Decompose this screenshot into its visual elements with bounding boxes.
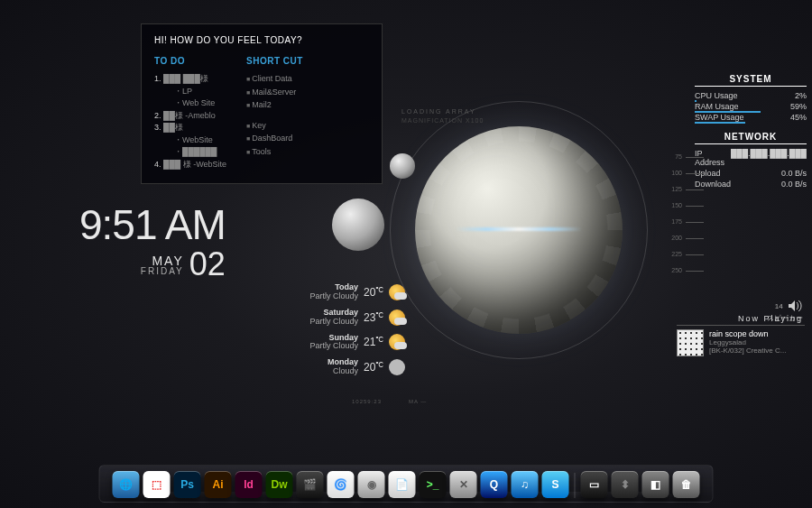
- dock-app-drive[interactable]: ⬍: [612, 471, 639, 498]
- todo-subitem: ██████: [154, 146, 226, 159]
- clock-dow: FRIDAY: [141, 266, 184, 276]
- dock-app-clapper[interactable]: 🎬: [297, 471, 324, 498]
- todo-item: 2. ██様 -Ameblo: [154, 110, 226, 123]
- dock-app-notes[interactable]: 📄: [389, 471, 416, 498]
- dock-app-indesign[interactable]: Id: [235, 471, 263, 498]
- shortcut-column: SHORT CUT Client DataMail&ServerMail2 Ke…: [246, 54, 303, 171]
- shortcut-item[interactable]: DashBoard: [246, 133, 303, 145]
- nowplaying-header: Now Playing: [738, 314, 803, 323]
- wallpaper-loading-text: LOADING ARRAY: [401, 108, 476, 115]
- todo-header: TO DO: [154, 54, 226, 68]
- ruler-tick: 175: [671, 218, 704, 235]
- system-row: SWAP Usage45%: [695, 112, 807, 123]
- ruler-ticks: 75100125150175200225250: [671, 153, 704, 283]
- ruler-tick: 75: [671, 153, 704, 170]
- shortcut-item[interactable]: Mail&Server: [246, 87, 303, 99]
- dock-app-illustrator[interactable]: Ai: [205, 471, 232, 498]
- shortcut-item[interactable]: Tools: [246, 146, 303, 159]
- dock-app-window[interactable]: ▭: [581, 471, 608, 498]
- clock-day: 02: [189, 245, 226, 283]
- network-title: NETWORK: [695, 132, 807, 144]
- dock-app-trash[interactable]: 🗑: [673, 471, 700, 498]
- volume-level: 14: [775, 302, 783, 310]
- nowplaying-widget[interactable]: rain scope down Leggysalad [BK-K/032] Cr…: [677, 325, 805, 356]
- ruler-tick: 125: [671, 186, 704, 202]
- wallpaper-moon-large: [332, 199, 384, 251]
- wallpaper-moon-small: [390, 153, 415, 179]
- weather-widget: TodayPartly Cloudy20℃SaturdayPartly Clou…: [304, 283, 405, 383]
- todo-item: 1. ███ ███様: [154, 73, 226, 86]
- info-panel: HI! HOW DO YOU FEEL TODAY? TO DO 1. ███ …: [141, 23, 383, 184]
- weather-icon: [389, 334, 405, 350]
- shortcut-item[interactable]: Mail2: [246, 99, 303, 112]
- weather-row: SaturdayPartly Cloudy23℃: [304, 309, 405, 327]
- clock-widget: 9:51 AM MAY FRIDAY 02: [79, 200, 226, 283]
- dock-app-blender[interactable]: 🌀: [328, 471, 355, 498]
- ruler-tick: 150: [671, 202, 704, 218]
- dock-app-skype[interactable]: S: [542, 471, 569, 498]
- todo-item: 3. ██様: [154, 122, 226, 134]
- system-row: RAM Usage59%: [695, 101, 807, 112]
- weather-row: TodayPartly Cloudy20℃: [304, 283, 405, 301]
- todo-column: TO DO 1. ███ ███様LPWeb Site2. ██様 -Amebl…: [154, 54, 226, 171]
- wallpaper-mag-text: MAGNIFICATION X100: [401, 117, 484, 124]
- network-row: IP Address███.███.███.███: [695, 148, 807, 168]
- dock-app-terminal[interactable]: >_: [420, 471, 447, 498]
- dock-app-grid[interactable]: ⬚: [143, 471, 171, 498]
- weather-icon: [389, 309, 405, 326]
- weather-row: SundayPartly Cloudy21℃: [304, 334, 405, 352]
- todo-subitem: Web Site: [154, 97, 226, 110]
- weather-icon: [389, 284, 405, 300]
- weather-row: MondayCloudy20℃: [304, 358, 405, 376]
- system-widget: SYSTEM CPU Usage2%RAM Usage59%SWAP Usage…: [695, 74, 807, 189]
- dock-app-itunes[interactable]: ♫: [512, 471, 539, 498]
- todo-subitem: LP: [154, 86, 226, 98]
- system-title: SYSTEM: [695, 74, 807, 87]
- todo-item: 4. ███ 様 -WebSite: [154, 159, 226, 171]
- dock-app-disc[interactable]: ◉: [358, 471, 385, 498]
- network-row: Download0.0 B/s: [695, 179, 807, 189]
- track-title: rain scope down: [709, 329, 786, 338]
- dock-app-tools[interactable]: ✕: [450, 471, 477, 498]
- wallpaper-footer: 10259:23MA —: [352, 399, 427, 404]
- ruler-tick: 250: [671, 267, 704, 283]
- network-row: Upload0.0 B/s: [695, 168, 807, 179]
- shortcut-item[interactable]: Client Data: [246, 73, 303, 86]
- shortcut-header: SHORT CUT: [246, 54, 303, 68]
- panel-title: HI! HOW DO YOU FEEL TODAY?: [154, 33, 369, 47]
- todo-subitem: WebSite: [154, 134, 226, 147]
- dock: 🌐⬚PsAiIdDw🎬🌀◉📄>_✕Q♫S▭⬍◧🗑: [99, 465, 714, 503]
- dock-app-quicktime[interactable]: Q: [481, 471, 508, 498]
- album-art: [677, 329, 704, 356]
- dock-app-dreamweaver[interactable]: Dw: [266, 471, 293, 498]
- ruler-tick: 225: [671, 251, 704, 267]
- track-artist: Leggysalad: [709, 338, 786, 346]
- track-album: [BK-K/032] Creative C...: [709, 346, 786, 355]
- dock-app-cube[interactable]: ◧: [642, 471, 669, 498]
- weather-icon: [389, 359, 405, 375]
- dock-app-globe[interactable]: 🌐: [113, 471, 140, 498]
- dock-app-photoshop[interactable]: Ps: [174, 471, 201, 498]
- clock-time: 9:51 AM: [79, 200, 226, 249]
- dock-separator: [575, 473, 576, 498]
- wallpaper-lensflare: [456, 227, 582, 231]
- shortcut-item[interactable]: Key: [246, 120, 303, 133]
- system-row: CPU Usage2%: [695, 90, 807, 101]
- ruler-tick: 100: [671, 170, 704, 186]
- ruler-tick: 200: [671, 235, 704, 251]
- speaker-icon[interactable]: [789, 300, 803, 313]
